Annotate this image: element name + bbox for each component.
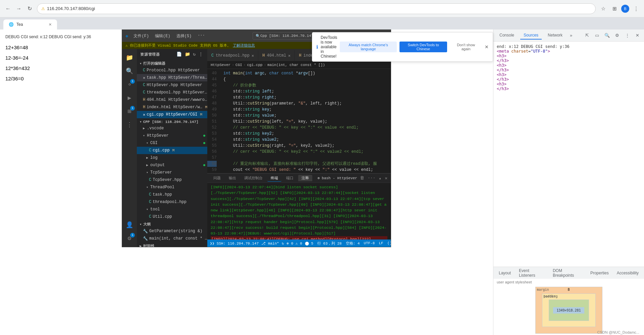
browser-tab[interactable]: 🌐 Tea ✕ <box>3 19 57 29</box>
tree-item-threadpool[interactable]: C threadpool.hpp HttpSever/Threa... <box>137 89 207 96</box>
section-remote[interactable]: ▾ CPP [SSH: 116.204.70.147] <box>137 118 207 125</box>
tab-close-button[interactable]: ✕ <box>49 22 52 27</box>
terminal-more-icon[interactable]: ··· <box>367 175 376 181</box>
breadcrumb-httpsever[interactable]: HttpSever <box>211 63 230 67</box>
devtools-device-icon[interactable]: ▭ <box>593 31 601 40</box>
menu-file[interactable]: 文件(F) <box>131 32 152 40</box>
devtools-close-icon[interactable]: ✕ <box>633 31 641 40</box>
new-file-icon[interactable]: 📄 <box>176 51 183 58</box>
tab-close-threadpool[interactable]: ✕ <box>252 53 254 58</box>
devtools-cursor-icon[interactable]: ⇱ <box>583 31 591 40</box>
tree-item-httpsever[interactable]: C HttpSever.hpp HttpSever <box>137 81 207 89</box>
devtools-overflow-icon[interactable]: ⋮ <box>623 31 631 40</box>
activity-remote[interactable]: ⋮ <box>123 119 136 131</box>
tab-comments[interactable]: 注释 <box>298 175 312 181</box>
menu-select[interactable]: 选择(S) <box>174 32 195 40</box>
section-large[interactable]: ▾ 大纲 <box>137 220 207 227</box>
statusbar-sync[interactable]: ↻ <box>282 241 284 246</box>
tree-util[interactable]: C Util.cpp <box>137 213 207 220</box>
tab-threadpool[interactable]: C threadpool.hpp ✕ <box>207 50 258 61</box>
breadcrumb-cgi[interactable]: CGI <box>235 63 242 67</box>
tab-ports[interactable]: 端口 <box>283 175 297 181</box>
devtools-settings-icon[interactable]: ⚙ <box>613 31 621 40</box>
activity-git[interactable]: ⚬ 1 <box>123 78 136 90</box>
tree-cgi-folder[interactable]: ▾ CGI <box>137 139 207 147</box>
notification-close[interactable]: ✕ <box>485 44 489 50</box>
activity-extensions[interactable]: ⊞ 1 <box>123 105 136 117</box>
tree-log[interactable]: ▶ log <box>137 154 207 161</box>
devtools-event-listeners-tab[interactable]: Event Listeners <box>517 267 547 279</box>
tree-main[interactable]: 🔧 main(int, char const * []) <box>137 235 207 242</box>
terminal-expand-icon[interactable]: ▴ <box>378 175 382 182</box>
forward-button[interactable]: → <box>14 4 23 13</box>
bookmark-button[interactable]: ☆ <box>598 4 608 13</box>
devtools-layout-tab[interactable]: Layout <box>497 269 513 277</box>
devtools-search-icon[interactable]: 🔍 <box>603 31 611 40</box>
tree-threadpool-folder[interactable]: ▾ ThreadPool <box>137 184 207 191</box>
tab-terminal[interactable]: 终端 <box>267 175 281 182</box>
devtools-console[interactable]: Console <box>496 31 518 40</box>
menu-more[interactable]: ··· <box>195 32 208 40</box>
match-language-button[interactable]: Always match Chrome's language <box>340 42 396 52</box>
tab-404[interactable]: H 404.html ✕ <box>258 50 295 61</box>
section-timeline[interactable]: ▶ 时间线 <box>137 242 207 247</box>
extensions-button[interactable]: ⊞ <box>610 4 619 13</box>
statusbar-branch[interactable]: ⎇ main* <box>261 241 279 246</box>
tab-debug-console[interactable]: 调试控制台 <box>241 175 266 181</box>
kill-terminal-icon[interactable]: 🗑 <box>359 175 365 181</box>
terminal-close-icon[interactable]: ✕ <box>384 175 388 182</box>
address-bar[interactable]: ⚠ 116.204.70.147:8080/cgi <box>37 3 596 14</box>
profile-button[interactable]: B <box>621 5 629 13</box>
tab-close-404[interactable]: ✕ <box>288 53 290 58</box>
switch-devtools-button[interactable]: Switch DevTools to Chinese <box>399 42 447 52</box>
tree-cgi-cpp[interactable]: C cgi.cpp M <box>137 147 207 154</box>
tab-issues[interactable]: 问题 <box>210 175 224 181</box>
new-folder-icon[interactable]: 📁 <box>184 51 191 58</box>
tree-item-cgi[interactable]: ✕ cgi.cpp HttpSever/CGI M <box>137 111 207 118</box>
tree-item-404[interactable]: H 404.html HttpSever/wwwroot <box>137 96 207 104</box>
section-open-editors[interactable]: ▾ 打开的编辑器 <box>137 60 207 67</box>
devtools-sources[interactable]: Sources <box>520 31 542 40</box>
menu-edit[interactable]: 编辑(E) <box>152 32 173 40</box>
refresh-icon[interactable]: ↻ <box>193 51 197 58</box>
breadcrumb-cgicpp[interactable]: cgi.cpp <box>247 63 262 67</box>
activity-settings[interactable]: ⚙ 1 <box>123 232 136 244</box>
dismiss-button[interactable]: Don't show again <box>450 42 482 52</box>
devtools-properties-tab[interactable]: Properties <box>588 269 611 277</box>
statusbar-errors[interactable]: ⊗ 0 ⚠ 0 <box>287 241 302 246</box>
statusbar-spaces[interactable]: 空格: 4 <box>346 241 360 246</box>
devtools-dom-breakpoints-tab[interactable]: DOM Breakpoints <box>551 267 584 279</box>
back-button[interactable]: ← <box>3 4 13 13</box>
statusbar-remote[interactable]: ❯❯ SSH: 116.204.70.147 <box>210 241 259 246</box>
menu-button[interactable]: ⋮ <box>631 4 641 13</box>
devtools-accessibility-tab[interactable]: Accessibility <box>615 269 641 277</box>
activity-search[interactable]: 🔍 <box>123 65 136 77</box>
statusbar-lang[interactable]: () C++ <box>387 241 391 245</box>
tree-output[interactable]: ▶ output <box>137 161 207 169</box>
activity-debug[interactable]: ▶ <box>123 92 136 104</box>
tree-tcpserver[interactable]: ▾ TcpServer <box>137 169 207 176</box>
tree-task-hpp[interactable]: C task.hpp <box>137 191 207 198</box>
tree-item-index[interactable]: H index.html HttpSever/www... M <box>137 104 207 111</box>
activity-explorer[interactable]: 📁 <box>123 52 136 64</box>
tree-item-task[interactable]: ✕ task.hpp HttpSever/ThreadPool <box>137 74 207 81</box>
code-area[interactable]: 4044454647 4849505152 5354555657 5859606… <box>207 69 391 173</box>
tree-tcpsever-hpp[interactable]: C TcpSever.hpp <box>137 176 207 184</box>
statusbar-encoding[interactable]: UTF-8 <box>364 241 375 245</box>
tree-getparam[interactable]: 🔧 GetParameter(string &) <box>137 227 207 235</box>
collapse-icon[interactable]: ⋮ <box>198 51 204 58</box>
statusbar-eol[interactable]: LF <box>379 241 383 245</box>
tree-tool[interactable]: ▾ tool <box>137 206 207 213</box>
tree-httpsever[interactable]: ▾ HttpSever <box>137 132 207 139</box>
tree-item-protocol[interactable]: C Protocol.hpp HttpSever <box>137 67 207 74</box>
warning-link[interactable]: 了解详细信息 <box>233 43 255 48</box>
tab-output[interactable]: 输出 <box>225 175 239 181</box>
devtools-network[interactable]: Network <box>544 31 566 40</box>
breadcrumb-main[interactable]: main(int, char const * []) <box>267 63 325 67</box>
terminal-content[interactable]: [INFO][2024-03-13 22:07:44][bind listen … <box>207 183 391 240</box>
devtools-body[interactable]: end: x:12 DEBUG CGI send: y:36 <meta cha… <box>493 42 644 267</box>
reload-button[interactable]: ↻ <box>25 4 34 13</box>
code-content[interactable]: int main(int argc, char const *argv[]) {… <box>219 69 391 173</box>
tree-vscode[interactable]: ▶ .vscode <box>137 125 207 132</box>
activity-account[interactable]: 👤 <box>123 219 136 231</box>
